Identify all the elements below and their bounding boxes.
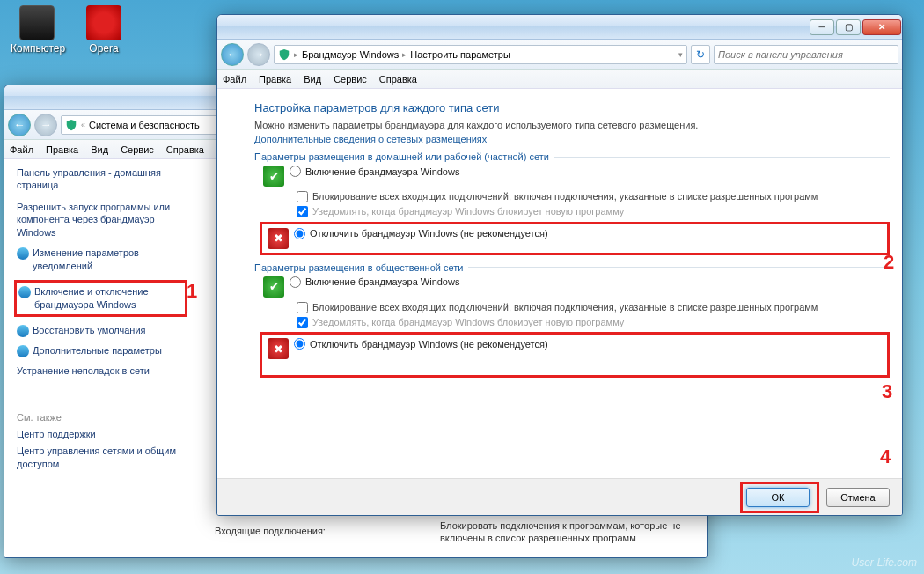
help-link[interactable]: Дополнительные сведения о сетевых размещ… bbox=[254, 134, 890, 144]
sidebar-link-label: Дополнительные параметры bbox=[33, 344, 162, 357]
sidebar-link-support[interactable]: Центр поддержки bbox=[17, 428, 185, 441]
checkbox-label: Блокирование всех входящих подключений, … bbox=[312, 190, 818, 202]
back-sidebar: Панель управления - домашняя страница Ра… bbox=[4, 159, 194, 557]
radio-input[interactable] bbox=[294, 228, 305, 239]
incoming-value: Блокировать подключения к программам, ко… bbox=[440, 519, 704, 545]
forward-button-icon[interactable]: → bbox=[247, 43, 270, 66]
radio-input[interactable] bbox=[294, 338, 305, 350]
shield-red-icon: ✖ bbox=[268, 228, 289, 249]
maximize-button[interactable] bbox=[836, 19, 861, 35]
menu-edit[interactable]: Правка bbox=[46, 144, 78, 155]
incoming-label: Входящие подключения: bbox=[215, 525, 326, 537]
menu-help[interactable]: Справка bbox=[166, 144, 204, 155]
annotation-1: 1 bbox=[187, 280, 197, 303]
dialog-footer: ОК Отмена bbox=[217, 478, 902, 515]
front-titlebar[interactable] bbox=[217, 15, 902, 40]
checkbox-input[interactable] bbox=[297, 206, 308, 217]
radio-input[interactable] bbox=[290, 166, 301, 177]
chevron-right-icon: ▸ bbox=[294, 50, 298, 59]
group-public-title: Параметры размещения в общественной сети bbox=[254, 262, 890, 273]
page-subtitle: Можно изменить параметры брандмауэра для… bbox=[254, 120, 890, 130]
desktop-icon-label: Компьютер bbox=[11, 42, 63, 55]
refresh-button[interactable]: ↻ bbox=[691, 45, 710, 64]
sidebar-link-restore[interactable]: Восстановить умолчания bbox=[17, 324, 185, 337]
menu-file[interactable]: Файл bbox=[223, 74, 246, 85]
front-menubar: Файл Правка Вид Сервис Справка bbox=[217, 70, 902, 89]
sidebar-link-troubleshoot[interactable]: Устранение неполадок в сети bbox=[17, 364, 185, 378]
breadcrumb-item[interactable]: Брандмауэр Windows bbox=[302, 49, 399, 60]
shield-icon bbox=[278, 48, 290, 61]
shield-red-icon: ✖ bbox=[268, 338, 289, 359]
checkbox-notify-private[interactable]: Уведомлять, когда брандмауэр Windows бло… bbox=[297, 205, 890, 217]
watermark: User-Life.com bbox=[852, 556, 917, 569]
sidebar-link-advanced[interactable]: Дополнительные параметры bbox=[17, 344, 185, 357]
checkbox-input[interactable] bbox=[297, 317, 308, 328]
chevron-right-icon: ▸ bbox=[402, 50, 407, 59]
menu-edit[interactable]: Правка bbox=[259, 74, 291, 85]
group-private-title: Параметры размещения в домашней или рабо… bbox=[254, 151, 890, 162]
shield-icon bbox=[65, 119, 77, 131]
menu-file[interactable]: Файл bbox=[10, 144, 33, 155]
front-address-bar[interactable]: ▸ Брандмауэр Windows ▸ Настроить парамет… bbox=[274, 45, 687, 64]
sidebar-link-notifications[interactable]: Изменение параметров уведомлений bbox=[17, 247, 185, 273]
highlight-frame-2: ✖ Отключить брандмауэр Windows (не реком… bbox=[260, 222, 890, 255]
computer-icon bbox=[19, 5, 55, 40]
checkbox-label: Уведомлять, когда брандмауэр Windows бло… bbox=[312, 316, 624, 328]
close-button[interactable] bbox=[862, 19, 901, 35]
desktop-icon-computer[interactable]: Компьютер bbox=[11, 5, 63, 55]
radio-label: Отключить брандмауэр Windows (не рекомен… bbox=[310, 339, 548, 350]
sidebar-link-allow[interactable]: Разрешить запуск программы или компонент… bbox=[17, 201, 185, 240]
radio-label: Включение брандмауэра Windows bbox=[305, 276, 459, 287]
menu-tools[interactable]: Сервис bbox=[121, 144, 154, 155]
checkbox-notify-public[interactable]: Уведомлять, когда брандмауэр Windows бло… bbox=[297, 316, 890, 328]
back-button-icon[interactable]: ← bbox=[221, 43, 244, 66]
menu-tools[interactable]: Сервис bbox=[334, 74, 367, 85]
front-navbar: ← → ▸ Брандмауэр Windows ▸ Настроить пар… bbox=[217, 40, 902, 70]
checkbox-input[interactable] bbox=[297, 302, 308, 313]
dropdown-icon[interactable]: ▾ bbox=[678, 50, 683, 59]
annotation-3: 3 bbox=[882, 380, 892, 403]
see-also-label: См. также bbox=[17, 412, 185, 423]
radio-input[interactable] bbox=[290, 276, 301, 288]
ok-button[interactable]: ОК bbox=[746, 488, 810, 507]
sidebar-link-network-center[interactable]: Центр управления сетями и общим доступом bbox=[17, 445, 185, 471]
desktop-icon-opera[interactable]: Opera bbox=[77, 5, 130, 55]
checkbox-block-all-public[interactable]: Блокирование всех входящих подключений, … bbox=[297, 301, 890, 313]
content-area: Настройка параметров для каждого типа се… bbox=[217, 89, 902, 478]
radio-firewall-off-private[interactable]: Отключить брандмауэр Windows (не рекомен… bbox=[294, 228, 548, 239]
radio-label: Включение брандмауэра Windows bbox=[305, 166, 459, 177]
menu-help[interactable]: Справка bbox=[379, 74, 417, 85]
checkbox-label: Уведомлять, когда брандмауэр Windows бло… bbox=[312, 205, 624, 217]
sidebar-heading[interactable]: Панель управления - домашняя страница bbox=[17, 166, 185, 192]
search-input[interactable] bbox=[714, 45, 898, 64]
cancel-button[interactable]: Отмена bbox=[826, 488, 890, 507]
page-title: Настройка параметров для каждого типа се… bbox=[254, 101, 890, 114]
radio-firewall-off-public[interactable]: Отключить брандмауэр Windows (не рекомен… bbox=[294, 338, 548, 350]
checkbox-input[interactable] bbox=[297, 191, 308, 202]
menu-view[interactable]: Вид bbox=[91, 144, 108, 155]
shield-green-icon: ✔ bbox=[263, 276, 284, 298]
desktop-icon-label: Opera bbox=[77, 42, 130, 55]
sidebar-link-label: Восстановить умолчания bbox=[33, 324, 146, 337]
back-button-icon[interactable]: ← bbox=[8, 114, 31, 136]
annotation-2: 2 bbox=[884, 251, 894, 274]
radio-firewall-on-private[interactable]: Включение брандмауэра Windows bbox=[290, 166, 890, 177]
checkbox-label: Блокирование всех входящих подключений, … bbox=[312, 301, 818, 313]
highlight-frame-3: ✖ Отключить брандмауэр Windows (не реком… bbox=[260, 332, 890, 378]
checkbox-block-all-private[interactable]: Блокирование всех входящих подключений, … bbox=[297, 190, 890, 202]
sidebar-link-toggle-firewall[interactable]: Включение и отключение брандмауэра Windo… bbox=[14, 280, 187, 317]
annotation-4: 4 bbox=[880, 445, 891, 468]
highlight-frame-4: ОК bbox=[740, 482, 819, 513]
sidebar-link-label: Изменение параметров уведомлений bbox=[33, 247, 185, 273]
sidebar-link-label: Включение и отключение брандмауэра Windo… bbox=[34, 285, 183, 312]
minimize-button[interactable] bbox=[810, 19, 834, 35]
back-address-text: Система и безопасность bbox=[89, 120, 200, 130]
front-window: ← → ▸ Брандмауэр Windows ▸ Настроить пар… bbox=[216, 14, 903, 516]
radio-firewall-on-public[interactable]: Включение брандмауэра Windows bbox=[290, 276, 890, 288]
breadcrumb-item[interactable]: Настроить параметры bbox=[410, 49, 510, 60]
menu-view[interactable]: Вид bbox=[304, 74, 321, 85]
radio-label: Отключить брандмауэр Windows (не рекомен… bbox=[310, 228, 548, 239]
opera-icon bbox=[86, 5, 121, 40]
shield-green-icon: ✔ bbox=[263, 166, 284, 187]
forward-button-icon[interactable]: → bbox=[34, 114, 57, 136]
